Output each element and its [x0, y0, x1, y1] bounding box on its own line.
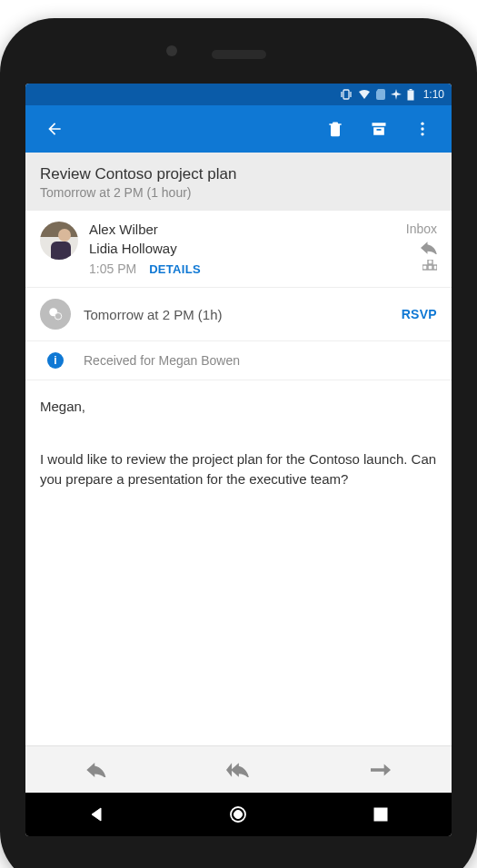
svg-rect-0 [343, 90, 349, 99]
svg-rect-9 [428, 265, 432, 270]
status-time: 1:10 [423, 88, 444, 101]
event-row: Tomorrow at 2 PM (1h) RSVP [25, 288, 452, 341]
svg-point-13 [55, 313, 62, 321]
reply-all-button[interactable] [167, 746, 309, 793]
body-salutation: Megan, [40, 397, 437, 417]
apps-icon[interactable] [422, 260, 437, 274]
sender-avatar[interactable] [40, 222, 78, 260]
wifi-icon [358, 89, 371, 100]
email-subject: Review Contoso project plan [40, 165, 437, 183]
nav-home-button[interactable] [211, 805, 265, 824]
sender-info: Alex Wilber Lidia Holloway 1:05 PM DETAI… [89, 222, 381, 276]
svg-point-15 [234, 811, 243, 819]
chat-icon [40, 299, 71, 330]
nav-recent-button[interactable] [353, 807, 408, 822]
rsvp-button[interactable]: RSVP [402, 307, 437, 321]
details-button[interactable]: DETAILS [149, 262, 201, 276]
forward-button[interactable] [310, 746, 452, 793]
svg-point-7 [421, 133, 423, 135]
nav-back-button[interactable] [69, 806, 124, 823]
sent-time: 1:05 PM [89, 261, 136, 276]
battery-icon [407, 89, 414, 101]
no-sim-icon [376, 89, 385, 100]
phone-frame: 1:10 Review Contoso project plan Tomorro… [0, 18, 477, 868]
more-button[interactable] [404, 111, 441, 147]
svg-point-6 [421, 127, 423, 130]
svg-rect-16 [374, 808, 387, 821]
status-bar: 1:10 [25, 84, 452, 105]
subject-area: Review Contoso project plan Tomorrow at … [25, 153, 452, 211]
svg-rect-8 [422, 265, 427, 270]
archive-button[interactable] [361, 111, 397, 147]
event-time-text: Tomorrow at 2 PM (1h) [84, 307, 389, 322]
email-body: Megan, I would like to review the projec… [25, 380, 452, 745]
vibrate-icon [340, 89, 353, 100]
delegate-info-row: i Received for Megan Bowen [25, 341, 452, 380]
reply-icon[interactable] [421, 242, 437, 254]
recipient-name: Lidia Holloway [89, 241, 381, 256]
back-button[interactable] [36, 111, 73, 147]
sender-block: Alex Wilber Lidia Holloway 1:05 PM DETAI… [25, 211, 452, 288]
screen: 1:10 Review Contoso project plan Tomorro… [25, 84, 452, 836]
delegate-info-text: Received for Megan Bowen [84, 353, 240, 368]
delete-button[interactable] [317, 111, 353, 147]
sender-name: Alex Wilber [89, 222, 381, 237]
folder-label: Inbox [406, 222, 437, 236]
svg-rect-4 [407, 90, 413, 100]
svg-rect-10 [428, 260, 432, 264]
info-icon: i [47, 352, 64, 369]
svg-rect-11 [433, 265, 437, 270]
email-card: Alex Wilber Lidia Holloway 1:05 PM DETAI… [25, 211, 452, 380]
email-subtitle: Tomorrow at 2 PM (1 hour) [40, 185, 437, 200]
body-paragraph: I would like to review the project plan … [40, 449, 437, 489]
app-bar [25, 105, 452, 153]
reply-button[interactable] [25, 746, 167, 793]
svg-point-5 [421, 123, 423, 125]
bottom-action-bar [25, 745, 452, 793]
android-nav-bar [25, 793, 452, 836]
svg-rect-3 [409, 89, 412, 91]
airplane-icon [391, 89, 402, 100]
